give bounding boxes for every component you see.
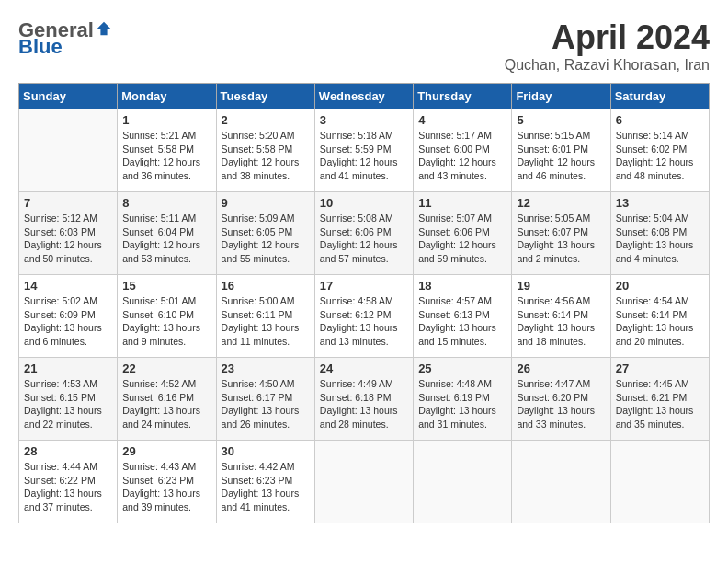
calendar-cell: 10Sunrise: 5:08 AM Sunset: 6:06 PM Dayli…: [314, 192, 413, 275]
calendar-cell: 2Sunrise: 5:20 AM Sunset: 5:58 PM Daylig…: [216, 109, 314, 192]
calendar-week-row: 21Sunrise: 4:53 AM Sunset: 6:15 PM Dayli…: [19, 358, 710, 441]
day-number: 21: [24, 362, 112, 375]
day-number: 5: [517, 113, 605, 127]
day-number: 18: [418, 279, 506, 293]
calendar-table: SundayMondayTuesdayWednesdayThursdayFrid…: [18, 83, 710, 523]
title-area: April 2024 Quchan, Razavi Khorasan, Iran: [505, 18, 710, 74]
day-number: 28: [24, 444, 112, 458]
calendar-cell: 4Sunrise: 5:17 AM Sunset: 6:00 PM Daylig…: [414, 109, 512, 192]
day-info: Sunrise: 4:52 AM Sunset: 6:16 PM Dayligh…: [122, 377, 210, 431]
day-number: 20: [616, 279, 704, 293]
calendar-cell: 15Sunrise: 5:01 AM Sunset: 6:10 PM Dayli…: [118, 275, 216, 358]
day-info: Sunrise: 4:56 AM Sunset: 6:14 PM Dayligh…: [517, 294, 605, 349]
day-number: 25: [418, 362, 506, 375]
calendar-cell: 13Sunrise: 5:04 AM Sunset: 6:08 PM Dayli…: [610, 192, 709, 275]
calendar-cell: 20Sunrise: 4:54 AM Sunset: 6:14 PM Dayli…: [610, 275, 709, 358]
day-info: Sunrise: 5:02 AM Sunset: 6:09 PM Dayligh…: [24, 294, 112, 349]
day-number: 27: [616, 362, 704, 375]
day-info: Sunrise: 5:20 AM Sunset: 5:58 PM Dayligh…: [222, 129, 310, 183]
day-info: Sunrise: 5:12 AM Sunset: 6:03 PM Dayligh…: [24, 212, 112, 266]
location-subtitle: Quchan, Razavi Khorasan, Iran: [505, 57, 710, 74]
calendar-cell: 12Sunrise: 5:05 AM Sunset: 6:07 PM Dayli…: [512, 192, 610, 275]
day-of-week-header: Monday: [118, 84, 216, 109]
day-info: Sunrise: 5:01 AM Sunset: 6:10 PM Dayligh…: [122, 294, 210, 349]
calendar-cell: [610, 441, 709, 523]
day-number: 17: [320, 279, 408, 293]
logo-blue-text: Blue: [18, 35, 63, 59]
day-info: Sunrise: 4:42 AM Sunset: 6:23 PM Dayligh…: [222, 460, 310, 514]
day-number: 22: [122, 362, 210, 375]
day-number: 13: [616, 196, 704, 210]
day-info: Sunrise: 4:50 AM Sunset: 6:17 PM Dayligh…: [222, 377, 310, 431]
calendar-week-row: 7Sunrise: 5:12 AM Sunset: 6:03 PM Daylig…: [19, 192, 710, 275]
day-info: Sunrise: 5:14 AM Sunset: 6:02 PM Dayligh…: [616, 129, 704, 183]
calendar-cell: 16Sunrise: 5:00 AM Sunset: 6:11 PM Dayli…: [216, 275, 314, 358]
day-info: Sunrise: 5:05 AM Sunset: 6:07 PM Dayligh…: [517, 212, 605, 266]
day-info: Sunrise: 5:09 AM Sunset: 6:05 PM Dayligh…: [222, 212, 310, 266]
day-info: Sunrise: 5:15 AM Sunset: 6:01 PM Dayligh…: [517, 129, 605, 183]
day-number: 2: [222, 113, 310, 127]
day-number: 3: [320, 113, 408, 127]
calendar-cell: 9Sunrise: 5:09 AM Sunset: 6:05 PM Daylig…: [216, 192, 314, 275]
calendar-cell: 1Sunrise: 5:21 AM Sunset: 5:58 PM Daylig…: [118, 109, 216, 192]
day-number: 30: [222, 444, 310, 458]
day-info: Sunrise: 5:21 AM Sunset: 5:58 PM Dayligh…: [122, 129, 210, 183]
calendar-cell: [19, 109, 118, 192]
day-info: Sunrise: 4:44 AM Sunset: 6:22 PM Dayligh…: [24, 460, 112, 514]
calendar-cell: 27Sunrise: 4:45 AM Sunset: 6:21 PM Dayli…: [610, 358, 709, 441]
day-info: Sunrise: 5:18 AM Sunset: 5:59 PM Dayligh…: [320, 129, 408, 183]
page-header: General Blue April 2024 Quchan, Razavi K…: [18, 18, 710, 74]
calendar-cell: [414, 441, 512, 523]
day-number: 16: [222, 279, 310, 293]
day-info: Sunrise: 5:08 AM Sunset: 6:06 PM Dayligh…: [320, 212, 408, 266]
calendar-week-row: 14Sunrise: 5:02 AM Sunset: 6:09 PM Dayli…: [19, 275, 710, 358]
day-info: Sunrise: 5:00 AM Sunset: 6:11 PM Dayligh…: [222, 294, 310, 349]
day-info: Sunrise: 4:45 AM Sunset: 6:21 PM Dayligh…: [616, 377, 704, 431]
calendar-cell: [314, 441, 413, 523]
day-number: 10: [320, 196, 408, 210]
calendar-cell: 22Sunrise: 4:52 AM Sunset: 6:16 PM Dayli…: [118, 358, 216, 441]
day-info: Sunrise: 4:49 AM Sunset: 6:18 PM Dayligh…: [320, 377, 408, 431]
day-number: 11: [418, 196, 506, 210]
day-info: Sunrise: 4:48 AM Sunset: 6:19 PM Dayligh…: [418, 377, 506, 431]
day-of-week-header: Friday: [512, 84, 610, 109]
day-of-week-header: Thursday: [414, 84, 512, 109]
logo: General Blue: [18, 18, 112, 59]
calendar-cell: 8Sunrise: 5:11 AM Sunset: 6:04 PM Daylig…: [118, 192, 216, 275]
calendar-cell: 24Sunrise: 4:49 AM Sunset: 6:18 PM Dayli…: [314, 358, 413, 441]
day-info: Sunrise: 5:07 AM Sunset: 6:06 PM Dayligh…: [418, 212, 506, 266]
day-number: 14: [24, 279, 112, 293]
calendar-cell: 21Sunrise: 4:53 AM Sunset: 6:15 PM Dayli…: [19, 358, 118, 441]
calendar-cell: 7Sunrise: 5:12 AM Sunset: 6:03 PM Daylig…: [19, 192, 118, 275]
day-number: 29: [122, 444, 210, 458]
day-number: 1: [122, 113, 210, 127]
calendar-cell: 3Sunrise: 5:18 AM Sunset: 5:59 PM Daylig…: [314, 109, 413, 192]
day-info: Sunrise: 4:53 AM Sunset: 6:15 PM Dayligh…: [24, 377, 112, 431]
day-of-week-header: Tuesday: [216, 84, 314, 109]
calendar-cell: 29Sunrise: 4:43 AM Sunset: 6:23 PM Dayli…: [118, 441, 216, 523]
day-number: 8: [122, 196, 210, 210]
day-number: 6: [616, 113, 704, 127]
calendar-week-row: 1Sunrise: 5:21 AM Sunset: 5:58 PM Daylig…: [19, 109, 710, 192]
calendar-cell: [512, 441, 610, 523]
day-info: Sunrise: 4:43 AM Sunset: 6:23 PM Dayligh…: [122, 460, 210, 514]
calendar-cell: 25Sunrise: 4:48 AM Sunset: 6:19 PM Dayli…: [414, 358, 512, 441]
day-number: 12: [517, 196, 605, 210]
calendar-cell: 23Sunrise: 4:50 AM Sunset: 6:17 PM Dayli…: [216, 358, 314, 441]
calendar-header-row: SundayMondayTuesdayWednesdayThursdayFrid…: [19, 84, 710, 109]
calendar-cell: 18Sunrise: 4:57 AM Sunset: 6:13 PM Dayli…: [414, 275, 512, 358]
calendar-cell: 11Sunrise: 5:07 AM Sunset: 6:06 PM Dayli…: [414, 192, 512, 275]
day-info: Sunrise: 5:11 AM Sunset: 6:04 PM Dayligh…: [122, 212, 210, 266]
calendar-cell: 17Sunrise: 4:58 AM Sunset: 6:12 PM Dayli…: [314, 275, 413, 358]
calendar-cell: 19Sunrise: 4:56 AM Sunset: 6:14 PM Dayli…: [512, 275, 610, 358]
day-number: 23: [222, 362, 310, 375]
day-info: Sunrise: 4:54 AM Sunset: 6:14 PM Dayligh…: [616, 294, 704, 349]
logo-icon: [96, 20, 112, 37]
day-of-week-header: Wednesday: [314, 84, 413, 109]
day-info: Sunrise: 5:04 AM Sunset: 6:08 PM Dayligh…: [616, 212, 704, 266]
calendar-cell: 26Sunrise: 4:47 AM Sunset: 6:20 PM Dayli…: [512, 358, 610, 441]
day-number: 26: [517, 362, 605, 375]
calendar-cell: 14Sunrise: 5:02 AM Sunset: 6:09 PM Dayli…: [19, 275, 118, 358]
calendar-cell: 30Sunrise: 4:42 AM Sunset: 6:23 PM Dayli…: [216, 441, 314, 523]
day-of-week-header: Saturday: [610, 84, 709, 109]
